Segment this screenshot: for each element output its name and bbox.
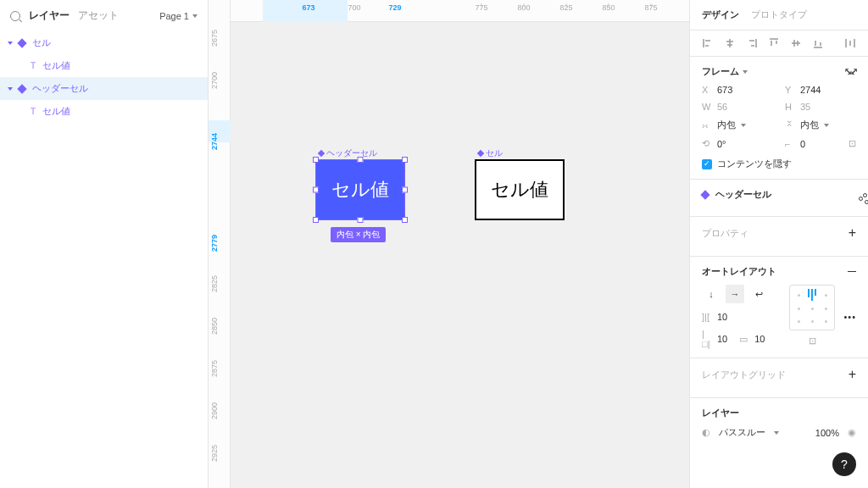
resize-handle[interactable] <box>402 217 408 223</box>
autolayout-section: オートレイアウト ↓ → ↩ ]|[10 |□|10 ▭10 <box>690 257 868 358</box>
resize-to-fit-icon[interactable]: ⤡⤢ <box>844 66 856 77</box>
horizontal-ruler[interactable]: 673 700 729 775 800 825 850 875 <box>231 0 689 22</box>
left-panel: レイヤー アセット Page 1 セル T セル値 ヘッダーセル T セル値 <box>0 0 209 488</box>
align-top-icon[interactable] <box>768 37 780 49</box>
vertical-ruler[interactable]: 2675 2700 2744 2779 2825 2850 2875 2900 … <box>209 0 231 488</box>
frame-cell[interactable]: セル値 <box>475 159 565 220</box>
radius-field[interactable]: ⌐0⊡ <box>785 138 856 149</box>
resize-handle[interactable] <box>402 187 408 193</box>
direction-horizontal[interactable]: → <box>726 285 744 303</box>
resize-handle[interactable] <box>313 157 319 163</box>
layer-section: レイヤー ◐ パススルー 100% ◉ <box>690 398 868 447</box>
tab-prototype[interactable]: プロトタイプ <box>751 8 807 21</box>
tab-layers[interactable]: レイヤー <box>29 8 70 23</box>
component-icon <box>477 150 484 157</box>
caret-icon <box>8 42 13 45</box>
resize-v-field[interactable]: ›‹内包 <box>785 119 856 131</box>
text-icon: T <box>31 61 36 70</box>
add-property-button[interactable]: + <box>849 225 856 241</box>
distribute-icon[interactable] <box>844 37 856 49</box>
help-button[interactable]: ? <box>832 452 856 476</box>
section-title: オートレイアウト <box>702 265 776 278</box>
resize-h-field[interactable]: ›‹内包 <box>702 119 773 131</box>
direction-vertical[interactable]: ↓ <box>702 285 721 303</box>
y-field[interactable]: Y2744 <box>785 85 856 95</box>
resize-handle[interactable] <box>313 187 319 193</box>
h-field[interactable]: H35 <box>785 102 856 112</box>
left-panel-header: レイヤー アセット Page 1 <box>0 0 208 31</box>
component-section: ヘッダーセル <box>690 180 868 217</box>
design-canvas[interactable]: ヘッダーセル セル値 内包 × 内包 セル セル値 <box>231 22 689 488</box>
padding-v-field[interactable]: ▭10 <box>739 329 765 349</box>
opacity-field[interactable]: 100% <box>815 428 839 438</box>
layer-item-text[interactable]: T セル値 <box>0 100 208 123</box>
tab-design[interactable]: デザイン <box>702 8 739 21</box>
align-bottom-icon[interactable] <box>812 37 824 49</box>
canvas-area: 2675 2700 2744 2779 2825 2850 2875 2900 … <box>209 0 689 488</box>
text-icon: T <box>31 107 36 116</box>
resize-handle[interactable] <box>358 217 364 223</box>
checkbox-icon <box>702 159 712 169</box>
component-icon <box>318 150 325 157</box>
padding-h-field[interactable]: |□|10 <box>702 329 727 349</box>
frame-text: セル値 <box>331 177 389 202</box>
caret-icon <box>8 87 13 91</box>
section-title: レイアウトグリッド <box>702 369 786 381</box>
tab-assets[interactable]: アセット <box>78 8 119 23</box>
independent-corners-icon[interactable]: ⊡ <box>849 138 856 149</box>
frame-text: セル値 <box>491 177 548 202</box>
add-grid-button[interactable]: + <box>849 367 856 382</box>
w-field[interactable]: W56 <box>702 102 773 112</box>
align-center-v-icon[interactable] <box>790 37 802 49</box>
right-panel: デザイン プロトタイプ フレーム ⤡⤢ X673 Y2744 W56 H35 ›… <box>689 0 868 488</box>
blend-mode[interactable]: パススルー <box>719 426 765 439</box>
section-title: フレーム <box>702 65 739 78</box>
right-panel-tabs: デザイン プロトタイプ <box>690 0 868 30</box>
x-field[interactable]: X673 <box>702 85 773 95</box>
resize-handle[interactable] <box>358 157 364 163</box>
chevron-down-icon[interactable] <box>743 70 748 74</box>
search-icon[interactable] <box>10 11 20 21</box>
layer-item-cell[interactable]: セル <box>0 31 208 54</box>
frame-label-plain[interactable]: セル <box>478 147 503 159</box>
rotation-field[interactable]: ⟲0° <box>702 138 773 149</box>
gap-field[interactable]: ]|[10 <box>702 312 781 322</box>
layout-grid-section: レイアウトグリッド + <box>690 358 868 398</box>
section-title: プロパティ <box>702 227 748 240</box>
component-icon <box>700 190 709 199</box>
layer-list: セル T セル値 ヘッダーセル T セル値 <box>0 31 208 123</box>
chevron-down-icon <box>192 14 198 18</box>
frame-label-selected[interactable]: ヘッダーセル <box>319 147 377 159</box>
align-center-h-icon[interactable] <box>724 37 736 49</box>
layer-item-header-cell[interactable]: ヘッダーセル <box>0 77 208 100</box>
component-name: ヘッダーセル <box>715 188 771 201</box>
properties-section: プロパティ + <box>690 217 868 257</box>
frame-section: フレーム ⤡⤢ X673 Y2744 W56 H35 ›‹内包 ›‹内包 ⟲0°… <box>690 57 868 180</box>
chevron-down-icon <box>741 124 746 127</box>
dimensions-badge: 内包 × 内包 <box>331 227 386 242</box>
align-right-icon[interactable] <box>746 37 758 49</box>
alignment-row <box>690 30 868 57</box>
layer-item-text[interactable]: T セル値 <box>0 54 208 77</box>
alignment-grid[interactable] <box>789 285 835 330</box>
more-options-icon[interactable]: ••• <box>843 312 856 322</box>
selected-frame[interactable]: セル値 <box>315 159 405 220</box>
clip-content-check[interactable]: コンテンツを隠す <box>702 158 856 170</box>
align-left-icon[interactable] <box>702 37 714 49</box>
component-icon <box>17 38 26 47</box>
direction-wrap[interactable]: ↩ <box>749 285 768 303</box>
chevron-down-icon <box>774 431 779 435</box>
visibility-icon[interactable]: ◉ <box>848 427 856 438</box>
resize-handle[interactable] <box>313 217 319 223</box>
chevron-down-icon <box>824 124 829 127</box>
remove-autolayout-button[interactable] <box>848 271 856 272</box>
resize-handle[interactable] <box>402 157 408 163</box>
blend-icon: ◐ <box>702 427 710 438</box>
page-selector[interactable]: Page 1 <box>159 11 198 21</box>
component-icon <box>17 84 26 93</box>
section-title: レイヤー <box>702 407 739 419</box>
independent-padding-icon[interactable]: ⊡ <box>809 336 816 347</box>
